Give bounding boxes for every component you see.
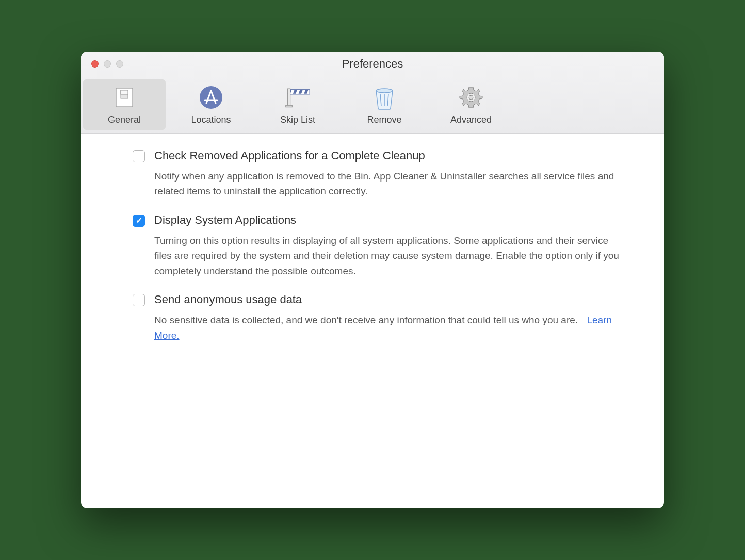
- setting-title: Check Removed Applications for a Complet…: [154, 149, 628, 162]
- tab-label: Skip List: [280, 114, 315, 125]
- setting-anonymous-usage: ✓ Send anonymous usage data No sensitive…: [133, 293, 628, 343]
- switch-icon: [111, 85, 137, 110]
- tab-label: Locations: [191, 114, 231, 125]
- traffic-lights: [81, 60, 123, 68]
- checkbox-check-removed[interactable]: ✓: [133, 150, 145, 162]
- app-store-icon: [198, 85, 224, 110]
- tab-skip-list[interactable]: Skip List: [256, 79, 339, 130]
- preferences-window: Preferences General: [81, 52, 664, 508]
- trash-icon: [371, 85, 397, 110]
- svg-point-19: [469, 95, 473, 100]
- setting-check-removed: ✓ Check Removed Applications for a Compl…: [133, 149, 628, 199]
- tab-label: General: [108, 114, 141, 125]
- setting-title: Display System Applications: [154, 213, 628, 227]
- setting-desc: Turning on this option results in displa…: [154, 233, 628, 278]
- close-button[interactable]: [91, 60, 99, 68]
- minimize-button[interactable]: [104, 60, 111, 68]
- window-title: Preferences: [81, 57, 664, 71]
- checkbox-display-system-apps[interactable]: ✓: [133, 215, 145, 227]
- gear-icon: [458, 85, 484, 110]
- checkbox-anonymous-usage[interactable]: ✓: [133, 294, 145, 306]
- svg-rect-12: [287, 89, 290, 106]
- setting-desc-text: No sensitive data is collected, and we d…: [154, 315, 578, 325]
- barrier-icon: [285, 85, 311, 110]
- tab-general[interactable]: General: [83, 79, 166, 130]
- content-area: ✓ Check Removed Applications for a Compl…: [81, 134, 664, 508]
- setting-desc: Notify when any application is removed t…: [154, 169, 628, 199]
- tab-locations[interactable]: Locations: [170, 79, 252, 130]
- setting-display-system-apps: ✓ Display System Applications Turning on…: [133, 213, 628, 278]
- tab-label: Advanced: [450, 114, 492, 125]
- setting-desc: No sensitive data is collected, and we d…: [154, 312, 628, 343]
- svg-point-14: [376, 89, 393, 93]
- svg-rect-13: [286, 105, 293, 107]
- tab-label: Remove: [367, 114, 401, 125]
- svg-rect-2: [121, 90, 128, 94]
- tab-advanced[interactable]: Advanced: [430, 79, 512, 130]
- tab-remove[interactable]: Remove: [343, 79, 426, 130]
- toolbar: General Locations: [81, 76, 664, 133]
- svg-point-3: [200, 86, 222, 109]
- titlebar: Preferences General: [81, 52, 664, 134]
- setting-title: Send anonymous usage data: [154, 293, 628, 306]
- zoom-button[interactable]: [116, 60, 123, 68]
